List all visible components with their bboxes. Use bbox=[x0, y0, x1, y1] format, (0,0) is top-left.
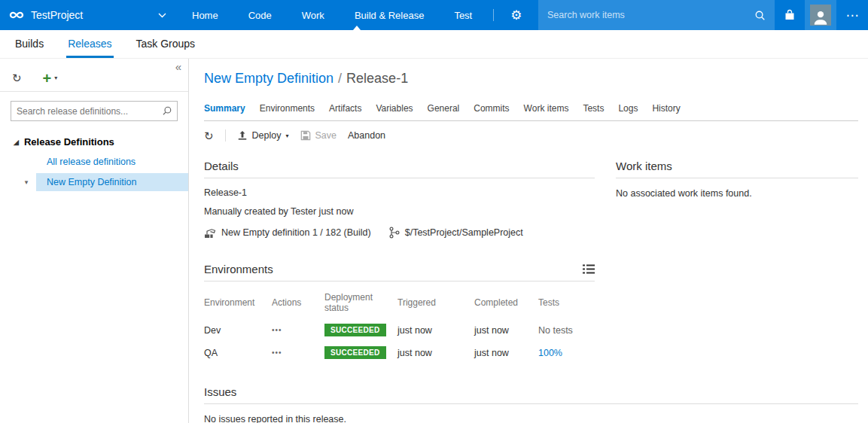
release-tabs: Summary Environments Artifacts Variables… bbox=[204, 103, 858, 121]
nav-item-code[interactable]: Code bbox=[233, 0, 287, 30]
item-menu-chevron-icon[interactable]: ▾ bbox=[17, 178, 36, 186]
visual-studio-logo-icon bbox=[9, 8, 24, 23]
details-section: Details Release-1 Manually created by Te… bbox=[204, 160, 595, 239]
refresh-icon[interactable]: ↻ bbox=[12, 72, 22, 84]
vsts-app: TestProject Home Code Work Build & Relea… bbox=[0, 0, 868, 423]
tab-summary[interactable]: Summary bbox=[204, 103, 245, 120]
search-icon[interactable] bbox=[754, 10, 766, 21]
env-completed-cell: just now bbox=[474, 343, 538, 364]
avatar-person-icon bbox=[810, 5, 831, 26]
tab-general[interactable]: General bbox=[428, 103, 460, 120]
header-overflow-icon[interactable]: ⋯ bbox=[836, 0, 868, 30]
breadcrumb-separator: / bbox=[338, 71, 342, 86]
tree-item-all-release-definitions[interactable]: All release definitions bbox=[0, 152, 188, 172]
release-summary-content: New Empty Definition/Release-1 Summary E… bbox=[189, 59, 868, 423]
save-button[interactable]: Save bbox=[300, 130, 337, 141]
chevron-down-icon: ▾ bbox=[54, 73, 57, 84]
env-triggered-cell: just now bbox=[397, 321, 474, 341]
search-definitions-input[interactable] bbox=[11, 101, 178, 121]
tab-artifacts[interactable]: Artifacts bbox=[329, 103, 361, 120]
tree-expanded-icon: ◢ bbox=[14, 138, 19, 146]
column-header-tests: Tests bbox=[538, 291, 595, 314]
tab-tests[interactable]: Tests bbox=[583, 103, 604, 120]
issues-heading: Issues bbox=[204, 385, 236, 398]
column-header-actions: Actions bbox=[272, 291, 324, 314]
env-triggered-cell: just now bbox=[397, 343, 474, 364]
chevron-down-icon: ▾ bbox=[286, 132, 289, 139]
work-items-heading: Work items bbox=[616, 160, 672, 172]
env-completed-cell: just now bbox=[474, 321, 538, 341]
breadcrumb-definition-link[interactable]: New Empty Definition bbox=[204, 71, 333, 86]
build-artifact-link[interactable]: New Empty definition 1 / 182 (Build) bbox=[221, 227, 371, 238]
deploy-icon bbox=[237, 130, 248, 141]
tree-root-label: Release Definitions bbox=[24, 136, 114, 148]
tree-root-release-definitions[interactable]: ◢ Release Definitions bbox=[0, 132, 188, 152]
tab-history[interactable]: History bbox=[652, 103, 680, 120]
source-path-link[interactable]: $/TestProject/SampleProject bbox=[405, 227, 523, 238]
work-items-section: Work items No associated work items foun… bbox=[616, 160, 858, 199]
deploy-button[interactable]: Deploy ▾ bbox=[237, 130, 289, 141]
nav-item-test[interactable]: Test bbox=[439, 0, 487, 30]
env-actions-more-icon[interactable]: ••• bbox=[272, 344, 324, 362]
release-toolbar: ↻ Deploy ▾ Save Abandon bbox=[204, 121, 858, 149]
top-nav: Home Code Work Build & Release Test bbox=[177, 0, 487, 30]
work-item-search-box bbox=[538, 0, 775, 30]
user-avatar[interactable] bbox=[805, 0, 836, 30]
column-header-completed: Completed bbox=[474, 291, 538, 314]
column-header-deployment-status: Deployment status bbox=[324, 286, 397, 319]
top-navigation-bar: TestProject Home Code Work Build & Relea… bbox=[0, 0, 868, 30]
search-icon[interactable] bbox=[162, 105, 172, 119]
environments-section: Environments Environment Actions Deploym… bbox=[204, 263, 595, 364]
hub-tab-builds[interactable]: Builds bbox=[14, 38, 45, 58]
release-definitions-sidebar: « ↻ + ▾ ◢ Release Definitions All releas… bbox=[0, 59, 189, 423]
hub-tab-releases[interactable]: Releases bbox=[66, 38, 113, 58]
breadcrumb: New Empty Definition/Release-1 bbox=[204, 71, 858, 87]
env-tests-percentage-link[interactable]: 100% bbox=[538, 343, 595, 364]
version-control-branch-icon bbox=[389, 227, 400, 239]
nav-item-home[interactable]: Home bbox=[177, 0, 233, 30]
plus-icon: + bbox=[43, 73, 52, 84]
settings-gear-icon[interactable]: ⚙ bbox=[503, 9, 529, 22]
column-header-triggered: Triggered bbox=[397, 291, 474, 314]
add-definition-button[interactable]: + ▾ bbox=[43, 73, 58, 84]
tab-environments[interactable]: Environments bbox=[260, 103, 315, 120]
nav-item-build-release[interactable]: Build & Release bbox=[340, 0, 440, 30]
definition-search-box bbox=[11, 101, 178, 121]
project-name: TestProject bbox=[31, 9, 83, 21]
nav-item-work[interactable]: Work bbox=[287, 0, 340, 30]
sidebar-collapse-icon[interactable]: « bbox=[175, 60, 181, 73]
toolbar-divider bbox=[225, 129, 226, 142]
environments-heading: Environments bbox=[204, 263, 273, 275]
release-created-text: Manually created by Tester just now bbox=[204, 206, 595, 217]
tree-item-label: New Empty Definition bbox=[36, 173, 188, 191]
save-icon bbox=[300, 130, 311, 141]
work-items-empty-text: No associated work items found. bbox=[616, 178, 858, 199]
tree-item-new-empty-definition[interactable]: ▾ New Empty Definition bbox=[0, 173, 188, 191]
deploy-label: Deploy bbox=[252, 130, 282, 141]
tab-logs[interactable]: Logs bbox=[618, 103, 638, 120]
hub-tab-task-groups[interactable]: Task Groups bbox=[135, 38, 197, 58]
refresh-icon[interactable]: ↻ bbox=[204, 130, 214, 142]
hub-tab-bar: Builds Releases Task Groups bbox=[0, 30, 868, 59]
marketplace-bag-icon[interactable] bbox=[775, 0, 805, 30]
tab-commits[interactable]: Commits bbox=[474, 103, 509, 120]
tab-work-items[interactable]: Work items bbox=[524, 103, 569, 120]
tab-variables[interactable]: Variables bbox=[376, 103, 413, 120]
project-selector[interactable]: TestProject bbox=[0, 0, 177, 30]
list-view-icon[interactable] bbox=[583, 264, 595, 274]
breadcrumb-release-name: Release-1 bbox=[346, 71, 408, 86]
issues-section: Issues No issues reported in this releas… bbox=[204, 385, 858, 423]
issues-empty-text: No issues reported in this release. bbox=[204, 404, 858, 423]
deployment-status-badge: SUCCEEDED bbox=[324, 346, 386, 359]
env-tests-cell: No tests bbox=[538, 321, 595, 341]
deployment-status-badge: SUCCEEDED bbox=[324, 324, 386, 336]
env-actions-more-icon[interactable]: ••• bbox=[272, 321, 324, 339]
chevron-down-icon bbox=[158, 13, 166, 18]
release-name-text: Release-1 bbox=[204, 187, 595, 198]
abandon-button[interactable]: Abandon bbox=[348, 130, 385, 141]
search-work-items-input[interactable] bbox=[547, 10, 754, 20]
environments-table: Environment Actions Deployment status Tr… bbox=[204, 286, 595, 364]
details-heading: Details bbox=[204, 160, 239, 172]
env-name-cell: Dev bbox=[204, 321, 272, 341]
save-label: Save bbox=[315, 130, 337, 141]
